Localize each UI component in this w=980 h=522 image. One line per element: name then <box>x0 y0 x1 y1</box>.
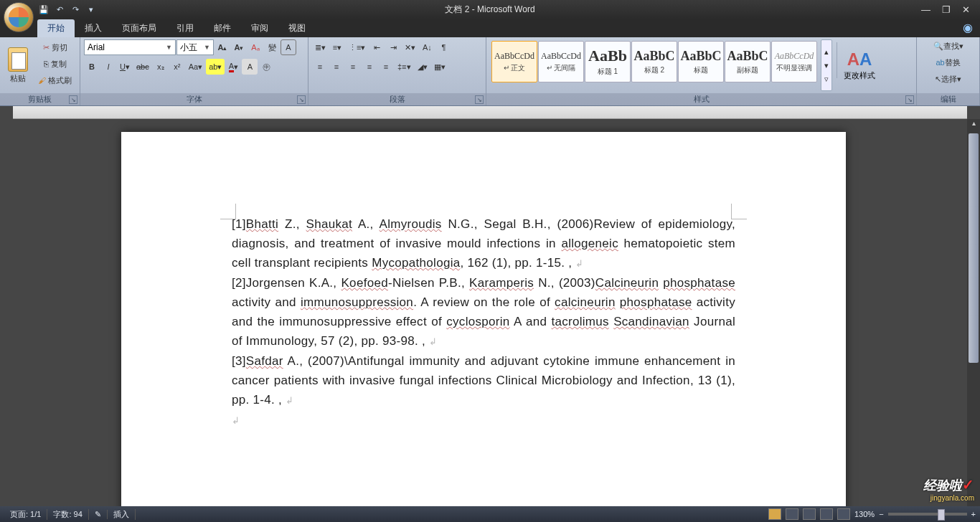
status-proofing-icon[interactable]: ✎ <box>89 510 108 519</box>
line-spacing-button[interactable]: ‡≡▾ <box>395 59 414 75</box>
asian-layout-button[interactable]: ✕▾ <box>402 39 418 55</box>
zoom-slider[interactable] <box>888 513 967 516</box>
underline-button[interactable]: U▾ <box>117 59 133 75</box>
office-button[interactable] <box>4 2 34 32</box>
copy-button[interactable]: ⎘ 复制 <box>35 56 75 72</box>
font-launcher[interactable]: ↘ <box>297 95 306 104</box>
italic-button[interactable]: I <box>100 59 116 75</box>
style-heading2[interactable]: AaBbC标题 2 <box>631 41 677 82</box>
decrease-indent-button[interactable]: ⇤ <box>369 39 385 55</box>
subscript-button[interactable]: x₂ <box>153 59 169 75</box>
view-draft-button[interactable] <box>837 508 850 520</box>
shrink-font-button[interactable]: A▾ <box>231 39 247 55</box>
font-size-combo[interactable]: 小五▼ <box>176 39 214 55</box>
style-normal[interactable]: AaBbCcDd↵ 正文 <box>491 41 537 82</box>
tab-references[interactable]: 引用 <box>166 19 204 37</box>
ribbon-tabs: 开始 插入 页面布局 引用 邮件 审阅 视图 ◉ <box>0 19 980 37</box>
tab-review[interactable]: 审阅 <box>241 19 278 37</box>
style-title[interactable]: AaBbC标题 <box>678 41 724 82</box>
status-page[interactable]: 页面: 1/1 <box>4 509 47 520</box>
close-button[interactable]: ✕ <box>962 4 970 15</box>
horizontal-ruler[interactable] <box>13 106 967 119</box>
char-shading-button[interactable]: A <box>242 59 258 75</box>
document-body[interactable]: [1]Bhatti Z., Shaukat A., Almyroudis N.G… <box>232 214 735 430</box>
enclose-char-button[interactable]: ㊥ <box>258 59 274 75</box>
tab-pagelayout[interactable]: 页面布局 <box>112 19 166 37</box>
change-styles-button[interactable]: AA 更改样式 <box>839 39 880 91</box>
phonetic-guide-button[interactable]: 變 <box>264 39 280 55</box>
change-case-button[interactable]: Aa▾ <box>186 59 205 75</box>
find-button[interactable]: 🔍查找▾ <box>920 38 976 54</box>
paragraph-1[interactable]: [1]Bhatti Z., Shaukat A., Almyroudis N.G… <box>232 214 735 273</box>
font-color-button[interactable]: A▾ <box>225 59 241 75</box>
bold-button[interactable]: B <box>84 59 100 75</box>
tab-insert[interactable]: 插入 <box>75 19 112 37</box>
zoom-in-button[interactable]: + <box>971 510 976 518</box>
show-marks-button[interactable]: ¶ <box>435 39 451 55</box>
character-border-button[interactable]: A <box>281 39 296 55</box>
tab-mailings[interactable]: 邮件 <box>204 19 241 37</box>
strikethrough-button[interactable]: abc <box>133 59 152 75</box>
numbering-button[interactable]: ≡▾ <box>329 39 345 55</box>
qat-dropdown-icon[interactable]: ▾ <box>85 4 98 16</box>
cut-button[interactable]: ✂ 剪切 <box>35 39 75 55</box>
page-viewport[interactable]: [1]Bhatti Z., Shaukat A., Almyroudis N.G… <box>0 119 967 506</box>
minimize-button[interactable]: — <box>921 4 930 15</box>
style-subtitle[interactable]: AaBbC副标题 <box>725 41 771 82</box>
justify-button[interactable]: ≡ <box>362 59 377 75</box>
styles-launcher[interactable]: ↘ <box>905 95 914 104</box>
multilevel-button[interactable]: ⋮≡▾ <box>346 39 368 55</box>
status-mode[interactable]: 插入 <box>108 509 136 520</box>
view-outline-button[interactable] <box>820 508 833 520</box>
bullets-button[interactable]: ≣▾ <box>312 39 329 55</box>
maximize-button[interactable]: ❐ <box>942 4 951 15</box>
style-gallery[interactable]: AaBbCcDd↵ 正文 AaBbCcDd↵ 无间隔 AaBb标题 1 AaBb… <box>490 39 819 91</box>
grow-font-button[interactable]: A▴ <box>215 39 230 55</box>
sort-button[interactable]: A↓ <box>419 39 435 55</box>
paragraph-empty[interactable]: ↲ <box>232 410 735 430</box>
tab-view[interactable]: 视图 <box>278 19 316 37</box>
gallery-down-icon[interactable]: ▾ <box>821 59 831 72</box>
zoom-out-button[interactable]: − <box>879 510 883 518</box>
help-icon[interactable]: ◉ <box>956 18 980 37</box>
shading-button[interactable]: ◢▾ <box>415 59 430 75</box>
paste-button[interactable]: 粘贴 <box>4 39 32 91</box>
page[interactable]: [1]Bhatti Z., Shaukat A., Almyroudis N.G… <box>121 132 846 506</box>
status-wordcount[interactable]: 字数: 94 <box>47 509 88 520</box>
gallery-more-icon[interactable]: ▿ <box>821 72 831 85</box>
font-name-combo[interactable]: Arial▼ <box>84 39 176 55</box>
paragraph-launcher[interactable]: ↘ <box>475 95 484 104</box>
format-painter-button[interactable]: 🖌 格式刷 <box>35 72 75 88</box>
vertical-scrollbar[interactable]: ▴ <box>967 119 980 506</box>
align-center-button[interactable]: ≡ <box>329 59 344 75</box>
superscript-button[interactable]: x² <box>169 59 185 75</box>
undo-icon[interactable]: ↶ <box>53 4 66 16</box>
paragraph-3[interactable]: [3]Safdar A., (2007)\Antifungal immunity… <box>232 351 735 410</box>
align-left-button[interactable]: ≡ <box>312 59 328 75</box>
clear-formatting-button[interactable]: Aₐ <box>248 39 263 55</box>
view-weblayout-button[interactable] <box>803 508 816 520</box>
select-button[interactable]: ↖选择▾ <box>920 71 976 87</box>
window-title: 文档 2 - Microsoft Word <box>445 4 534 16</box>
save-icon[interactable]: 💾 <box>37 4 50 16</box>
replace-button[interactable]: ab替换 <box>920 54 976 70</box>
group-font-label: 字体 <box>187 94 202 105</box>
view-fullscreen-button[interactable] <box>786 508 798 520</box>
gallery-up-icon[interactable]: ▴ <box>821 45 831 58</box>
view-printlayout-button[interactable] <box>768 508 781 520</box>
zoom-level[interactable]: 130% <box>854 510 875 518</box>
align-right-button[interactable]: ≡ <box>345 59 361 75</box>
style-subtle-emphasis[interactable]: AaBbCcDd不明显强调 <box>771 41 817 82</box>
group-styles-label: 样式 <box>694 94 710 105</box>
style-nospacing[interactable]: AaBbCcDd↵ 无间隔 <box>538 41 584 82</box>
redo-icon[interactable]: ↷ <box>69 4 82 16</box>
style-heading1[interactable]: AaBb标题 1 <box>585 41 631 82</box>
borders-button[interactable]: ▦▾ <box>431 59 448 75</box>
paragraph-2[interactable]: [2]Jorgensen K.A., Koefoed-Nielsen P.B.,… <box>232 273 735 351</box>
scroll-thumb[interactable] <box>969 133 979 363</box>
increase-indent-button[interactable]: ⇥ <box>385 39 401 55</box>
distribute-button[interactable]: ≡ <box>378 59 394 75</box>
highlight-button[interactable]: ab▾ <box>206 59 225 75</box>
clipboard-launcher[interactable]: ↘ <box>69 95 77 104</box>
tab-home[interactable]: 开始 <box>37 19 75 37</box>
